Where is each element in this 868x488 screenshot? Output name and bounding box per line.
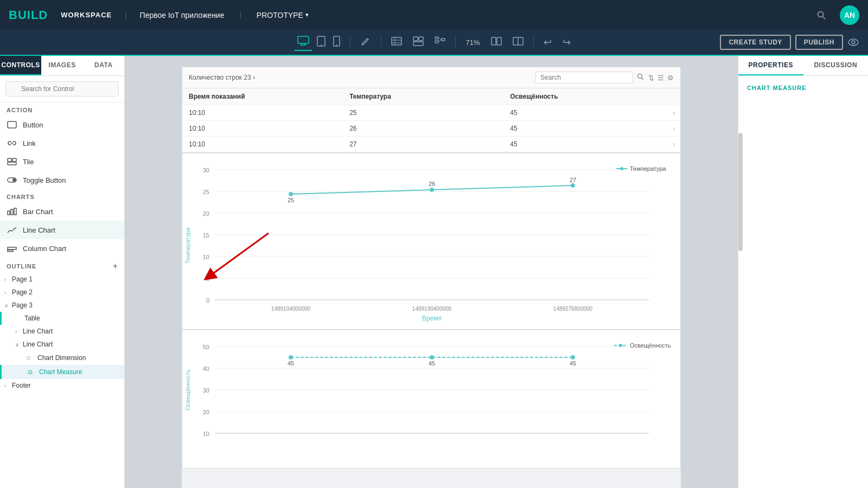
svg-point-58	[430, 188, 434, 192]
tab-discussion[interactable]: DISCUSSION	[803, 56, 869, 75]
canvas-content: Количество строк 23 › ⇅ ☰ ⚙ Время показа…	[182, 67, 681, 488]
data-icon: ⊙	[26, 354, 35, 362]
top-line-chart: 0 5 10 15 20 25 30 Температура 2	[182, 153, 681, 330]
cell-time-1: 10:10	[182, 105, 343, 120]
chevron-right-icon: ›	[4, 277, 12, 282]
cell-light-3: 45	[503, 137, 664, 152]
row-count-label: Количество строк 23 ›	[189, 74, 255, 81]
toolbar: 71% ↩ ↪ CREATE STUDY PUBLISH	[0, 30, 868, 56]
create-study-button[interactable]: CREATE STUDY	[720, 35, 790, 50]
control-link[interactable]: Link	[0, 134, 124, 152]
table-btn[interactable]	[388, 35, 405, 50]
cell-temp-3: 27	[343, 137, 503, 152]
device-group	[294, 34, 343, 51]
table-row[interactable]: 10:10 26 45 ›	[182, 121, 680, 137]
search-nav-button[interactable]	[816, 10, 827, 21]
right-scrollbar-thumb[interactable]	[738, 133, 743, 251]
table-search-input[interactable]	[535, 72, 633, 84]
outline-footer[interactable]: › Footer	[0, 379, 124, 392]
panel-btn[interactable]	[509, 35, 527, 50]
svg-point-26	[848, 39, 858, 46]
control-column-chart[interactable]: Column Chart	[0, 239, 124, 258]
control-button[interactable]: Button	[0, 115, 124, 134]
svg-text:20: 20	[203, 409, 209, 415]
svg-rect-37	[8, 247, 16, 249]
svg-point-57	[289, 192, 293, 196]
redo-btn[interactable]: ↪	[559, 34, 574, 50]
svg-point-0	[818, 11, 824, 17]
control-line-chart[interactable]: Line Chart	[0, 221, 124, 239]
svg-rect-17	[435, 37, 438, 39]
table-sort-icon-btn[interactable]: ⇅	[648, 74, 654, 82]
table-filter-icon-btn[interactable]: ☰	[658, 74, 664, 82]
outline-page2[interactable]: › Page 2	[0, 286, 124, 299]
outline-line-chart-2[interactable]: ∨ Line Chart	[0, 338, 124, 351]
edit-btn[interactable]	[357, 34, 374, 51]
left-tabs: CONTROLS IMAGES DATA	[0, 56, 124, 76]
svg-point-7	[321, 44, 322, 46]
component-btn[interactable]	[410, 34, 427, 50]
svg-point-68	[620, 167, 623, 170]
svg-rect-14	[413, 37, 418, 41]
control-bar-chart[interactable]: Bar Chart	[0, 202, 124, 221]
main-layout: CONTROLS IMAGES DATA ACTION Button	[0, 56, 868, 488]
bottom-line-chart: 10 20 30 40 50 Освещённость 45 45	[182, 330, 681, 468]
table-search-icon-btn[interactable]	[636, 73, 645, 83]
undo-btn[interactable]: ↩	[540, 34, 555, 50]
svg-text:Время: Время	[422, 314, 442, 322]
user-avatar[interactable]: AN	[840, 5, 859, 25]
eye-button[interactable]	[847, 38, 859, 47]
right-section-title: CHART MEASURE	[747, 85, 859, 91]
cell-light-2: 45	[503, 121, 664, 136]
svg-text:27: 27	[570, 177, 576, 183]
table-row[interactable]: 10:10 27 45 ›	[182, 137, 680, 152]
svg-text:45: 45	[570, 360, 576, 367]
search-input[interactable]	[5, 81, 119, 97]
tablet-btn[interactable]	[314, 34, 329, 51]
prototype-label[interactable]: PROTOTYPE	[257, 11, 309, 20]
canvas-area[interactable]: Количество строк 23 › ⇅ ☰ ⚙ Время показа…	[125, 56, 738, 488]
svg-rect-29	[8, 158, 11, 162]
outline-line-chart-1[interactable]: › Line Chart	[0, 325, 124, 338]
control-tile[interactable]: Tile	[0, 152, 124, 171]
table-row[interactable]: 10:10 25 45 ›	[182, 105, 680, 121]
outline-table[interactable]: Table	[0, 312, 124, 325]
svg-text:5: 5	[206, 275, 209, 282]
svg-text:40: 40	[203, 365, 209, 372]
workspace-label[interactable]: WORKSPACE	[61, 11, 112, 19]
table-settings-icon-btn[interactable]: ⚙	[667, 74, 674, 82]
tab-images[interactable]: IMAGES	[41, 56, 82, 75]
svg-text:45: 45	[429, 360, 435, 367]
outline-page1[interactable]: › Page 1	[0, 273, 124, 286]
column-chart-icon	[7, 243, 17, 254]
outline-chart-dimension[interactable]: ⊙ Chart Dimension	[0, 351, 124, 365]
table-column-headers: Время показаний Температура Освещённость	[182, 88, 680, 105]
app-name[interactable]: Первое IoT приложение	[140, 11, 225, 20]
tab-properties[interactable]: PROPERTIES	[738, 56, 803, 75]
outline-chart-measure[interactable]: ⊙ Chart Measure	[0, 365, 124, 379]
tab-controls[interactable]: CONTROLS	[0, 56, 41, 75]
tile-icon	[7, 156, 17, 167]
publish-button[interactable]: PUBLISH	[795, 35, 843, 50]
svg-text:10: 10	[203, 431, 209, 437]
right-panel-tabs: PROPERTIES DISCUSSION	[738, 56, 868, 76]
svg-rect-19	[442, 38, 445, 41]
tab-data[interactable]: DATA	[83, 56, 124, 75]
mobile-btn[interactable]	[330, 34, 343, 51]
outline-add-button[interactable]: +	[113, 262, 118, 271]
svg-text:25: 25	[203, 189, 209, 195]
desktop-btn[interactable]	[294, 34, 312, 51]
nav-divider2: |	[239, 11, 241, 19]
cell-arrow-2: ›	[664, 121, 680, 136]
flow-btn[interactable]	[431, 34, 449, 50]
svg-line-40	[642, 78, 644, 80]
control-toggle-button[interactable]: Toggle Button	[0, 171, 124, 189]
toggle-icon	[7, 175, 17, 185]
split-view-btn[interactable]	[488, 35, 505, 50]
chevron-right-icon: ›	[4, 383, 12, 389]
outline-page3[interactable]: ∨ Page 3	[0, 299, 124, 312]
svg-rect-16	[413, 42, 423, 46]
svg-text:1489190400000: 1489190400000	[412, 306, 452, 312]
svg-point-33	[12, 178, 16, 182]
table-header-left: Количество строк 23 ›	[189, 74, 255, 81]
